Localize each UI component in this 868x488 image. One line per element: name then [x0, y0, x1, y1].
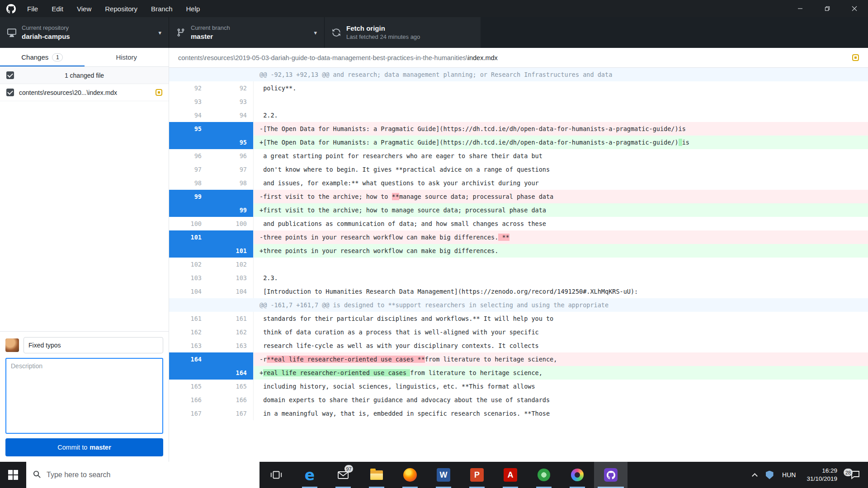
menu-item-repository[interactable]: Repository	[98, 0, 144, 17]
changed-file-row[interactable]: contents\resources\20...\index.mdx	[0, 84, 169, 101]
tray-expand-button[interactable]	[747, 472, 762, 478]
diff-row-hunk: @@ -161,7 +161,7 @@ is designed to **sup…	[169, 298, 868, 312]
old-line-number: 93	[169, 95, 208, 108]
taskbar-app-firefox[interactable]	[393, 462, 427, 488]
old-line-number: 98	[169, 176, 208, 190]
diff-row-context: 161161 standards for their particular di…	[169, 312, 868, 325]
old-line-number[interactable]	[169, 366, 208, 380]
diff-row-context: 104104 [Introduction to Humanities Resea…	[169, 285, 868, 298]
language-indicator[interactable]: HUN	[777, 471, 801, 479]
old-line-number[interactable]	[169, 136, 208, 149]
new-line-number: 166	[208, 393, 253, 407]
old-line-number[interactable]: 164	[169, 352, 208, 366]
new-line-number[interactable]: 164	[208, 366, 253, 380]
taskbar-app-word[interactable]	[427, 462, 460, 488]
branch-icon	[176, 28, 185, 37]
fetch-labels: Fetch origin Last fetched 24 minutes ago	[346, 24, 420, 41]
diff-row-del[interactable]: 99-first visit to the archive; how to **…	[169, 190, 868, 203]
taskbar-app-palette[interactable]	[561, 462, 594, 488]
avatar	[5, 338, 19, 352]
taskbar-search[interactable]: Type here to search	[26, 462, 259, 488]
new-line-number[interactable]	[208, 230, 253, 244]
commit-summary-input[interactable]	[24, 337, 163, 353]
diff-line-text	[253, 258, 868, 271]
diff-row-add[interactable]: 101+three points in your research workfl…	[169, 244, 868, 258]
diff-line-text: -three points in your research workflow …	[253, 230, 868, 244]
new-line-number	[208, 298, 253, 312]
diff-line-text: and publications as communication of dat…	[253, 217, 868, 230]
changes-count-badge: 1	[52, 53, 63, 61]
taskbar-app-github-desktop[interactable]	[594, 462, 627, 488]
minimize-button[interactable]	[787, 0, 814, 17]
old-line-number[interactable]: 99	[169, 190, 208, 203]
diff-row-add[interactable]: 95+[The Open Data for Humanists: a Pragm…	[169, 136, 868, 149]
tab-changes[interactable]: Changes 1	[0, 48, 85, 66]
diff-line-text: standards for their particular disciplin…	[253, 312, 868, 325]
file-explorer-icon	[370, 470, 383, 480]
taskbar-app-green[interactable]	[527, 462, 561, 488]
select-all-checkbox[interactable]	[6, 71, 14, 79]
new-line-number[interactable]	[208, 122, 253, 136]
diff-row-context: 9393	[169, 95, 868, 108]
diff-row-add[interactable]: 99+first visit to the archive; how to ma…	[169, 203, 868, 217]
chevron-up-icon	[752, 473, 758, 479]
new-line-number[interactable]: 95	[208, 136, 253, 149]
diff-row-context: 162162 think of data curation as a proce…	[169, 325, 868, 339]
tab-history[interactable]: History	[85, 48, 169, 66]
diff-row-del[interactable]: 101-three points in your research workfl…	[169, 230, 868, 244]
powerpoint-icon	[470, 468, 484, 482]
new-line-number[interactable]	[208, 352, 253, 366]
old-line-number[interactable]	[169, 203, 208, 217]
new-line-number: 94	[208, 108, 253, 122]
taskbar-app-edge[interactable]	[293, 462, 326, 488]
windows-logo-icon	[8, 470, 18, 480]
diff-row-add[interactable]: 164+real life researcher-oriented use ca…	[169, 366, 868, 380]
old-line-number[interactable]: 101	[169, 230, 208, 244]
clock[interactable]: 16:29 31/10/2019	[801, 467, 843, 483]
menu-item-branch[interactable]: Branch	[144, 0, 179, 17]
new-line-number[interactable]	[208, 190, 253, 203]
diff-line-text: in a meaningful way, that is, embedded i…	[253, 407, 868, 420]
taskbar-app-powerpoint[interactable]	[460, 462, 494, 488]
system-tray: HUN 16:29 31/10/2019 28	[747, 462, 868, 488]
menu-item-file[interactable]: File	[20, 0, 45, 17]
commit-button[interactable]: Commit to master	[5, 438, 163, 456]
toolbar: Current repository dariah-campus ▾ Curre…	[0, 17, 868, 48]
taskbar-app-file-explorer[interactable]	[360, 462, 393, 488]
start-button[interactable]	[0, 462, 26, 488]
diff-line-text: domain experts to share their guidance a…	[253, 393, 868, 407]
restore-button[interactable]	[814, 0, 841, 17]
diff-row-del[interactable]: 164-r**eal life researcher-oriented use …	[169, 352, 868, 366]
menu-item-edit[interactable]: Edit	[45, 0, 70, 17]
repository-labels: Current repository dariah-campus	[22, 24, 70, 41]
old-line-number: 103	[169, 271, 208, 285]
diff-row-context: 9494 2.2.	[169, 108, 868, 122]
menu-item-help[interactable]: Help	[179, 0, 207, 17]
acrobat-icon	[504, 468, 517, 482]
new-line-number[interactable]: 101	[208, 244, 253, 258]
notification-center-button[interactable]: 28	[843, 469, 868, 480]
close-button[interactable]	[841, 0, 868, 17]
windows-taskbar: Type here to search 97 HUN 16:29 3	[0, 462, 868, 488]
new-line-number: 96	[208, 149, 253, 163]
old-line-number[interactable]: 95	[169, 122, 208, 136]
diff-line-text: 2.3.	[253, 271, 868, 285]
commit-description-textarea[interactable]	[5, 358, 163, 434]
taskbar-app-mail[interactable]: 97	[326, 462, 360, 488]
old-line-number: 104	[169, 285, 208, 298]
commit-button-prefix: Commit to	[57, 444, 87, 451]
old-line-number[interactable]	[169, 244, 208, 258]
diff-row-del[interactable]: 95-[The Open Data for Humanists: a Pragm…	[169, 122, 868, 136]
current-repository-dropdown[interactable]: Current repository dariah-campus ▾	[0, 17, 169, 48]
new-line-number[interactable]: 99	[208, 203, 253, 217]
file-list-empty-space	[0, 101, 169, 331]
new-line-number: 161	[208, 312, 253, 325]
taskbar-app-acrobat[interactable]	[494, 462, 527, 488]
file-include-checkbox[interactable]	[6, 89, 14, 96]
tray-app-button[interactable]	[762, 471, 777, 479]
firefox-icon	[403, 468, 417, 482]
fetch-origin-button[interactable]: Fetch origin Last fetched 24 minutes ago	[325, 17, 481, 48]
current-branch-dropdown[interactable]: Current branch master ▾	[169, 17, 325, 48]
menu-item-view[interactable]: View	[70, 0, 98, 17]
task-view-button[interactable]	[259, 462, 293, 488]
